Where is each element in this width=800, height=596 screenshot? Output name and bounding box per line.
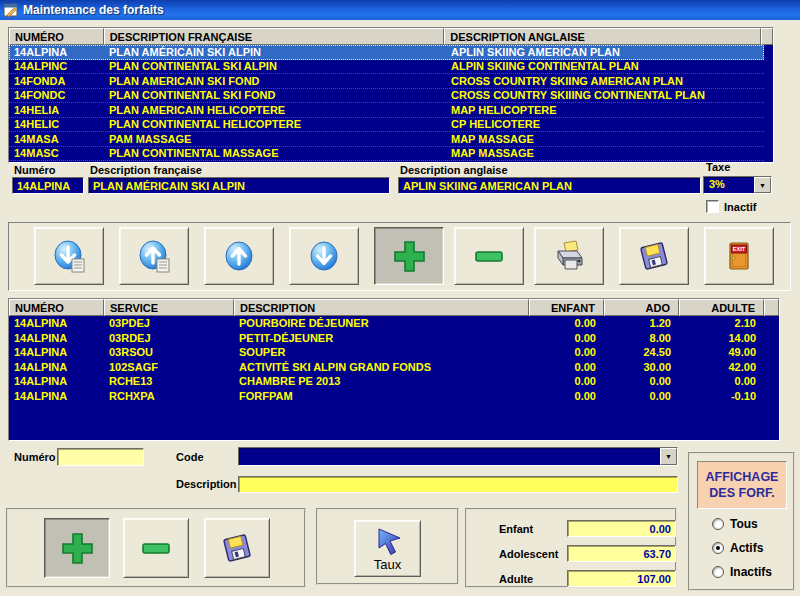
previous-record-button[interactable] bbox=[204, 227, 274, 285]
table-cell[interactable]: 14ALPINA bbox=[9, 361, 104, 373]
code-combo[interactable]: ▼ bbox=[238, 447, 678, 466]
adolescent-rate-field[interactable] bbox=[567, 545, 676, 562]
numero-field[interactable] bbox=[12, 177, 84, 194]
table-cell[interactable]: MAP MASSAGE bbox=[446, 147, 764, 159]
table-row[interactable]: 14HELIAPLAN AMERICAIN HELICOPTEREMAP HEL… bbox=[9, 103, 764, 118]
table-row[interactable]: 14FONDCPLAN CONTINENTAL SKI FONDCROSS CO… bbox=[9, 89, 764, 104]
print-button[interactable] bbox=[534, 227, 604, 285]
table-cell[interactable]: 14ALPINA bbox=[9, 390, 104, 402]
enfant-rate-field[interactable] bbox=[567, 520, 676, 537]
table-cell[interactable]: PLAN AMERICAIN SKI FOND bbox=[104, 75, 446, 87]
table-cell[interactable]: 0.00 bbox=[679, 375, 764, 387]
table-cell[interactable]: 2.10 bbox=[679, 317, 764, 329]
column-header[interactable]: ADO bbox=[604, 299, 679, 316]
column-header[interactable]: DESCRIPTION bbox=[234, 299, 529, 316]
table-cell[interactable]: 49.00 bbox=[679, 346, 764, 358]
add-service-button[interactable] bbox=[44, 518, 110, 578]
table-cell[interactable]: CP HELICOTERE bbox=[446, 118, 764, 130]
table-cell[interactable]: 102SAGF bbox=[104, 361, 234, 373]
column-header[interactable]: ADULTE bbox=[679, 299, 764, 316]
table-row[interactable]: 14FONDAPLAN AMERICAIN SKI FONDCROSS COUN… bbox=[9, 74, 764, 89]
table-cell[interactable]: FORFPAM bbox=[234, 390, 529, 402]
table-row[interactable]: 14ALPINA102SAGFACTIVITÉ SKI ALPIN GRAND … bbox=[9, 360, 764, 375]
table-cell[interactable]: PLAN CONTINENTAL SKI FOND bbox=[104, 89, 446, 101]
table-row[interactable]: 14ALPINAPLAN AMÉRICAIN SKI ALPINAPLIN SK… bbox=[9, 45, 764, 60]
table-cell[interactable]: 0.00 bbox=[604, 390, 679, 402]
table-row[interactable]: 14MASCPLAN CONTINENTAL MASSAGEMAP MASSAG… bbox=[9, 147, 764, 162]
table-row[interactable]: 14MASAPAM MASSAGEMAP MASSAGE bbox=[9, 132, 764, 147]
table-cell[interactable]: PLAN AMÉRICAIN SKI ALPIN bbox=[104, 46, 446, 58]
radio-tous[interactable] bbox=[712, 518, 724, 530]
radio-actifs[interactable] bbox=[712, 542, 724, 554]
delete-forfait-button[interactable] bbox=[454, 227, 524, 285]
table-cell[interactable]: PLAN AMERICAIN HELICOPTERE bbox=[104, 104, 446, 116]
table-cell[interactable]: 0.00 bbox=[529, 375, 604, 387]
table-row[interactable]: 14ALPINA03RSOUSOUPER0.0024.5049.00 bbox=[9, 345, 764, 360]
table-row[interactable]: 14ALPINA03RDEJPETIT-DÉJEUNER0.008.0014.0… bbox=[9, 331, 764, 346]
description-francaise-field[interactable] bbox=[88, 177, 390, 194]
inactif-checkbox[interactable] bbox=[706, 200, 719, 213]
table-cell[interactable]: 1.20 bbox=[604, 317, 679, 329]
add-forfait-button[interactable] bbox=[374, 227, 444, 285]
table-cell[interactable]: PETIT-DÉJEUNER bbox=[234, 332, 529, 344]
table-cell[interactable]: CROSS COUNTRY SKIIING CONTINENTAL PLAN bbox=[446, 89, 764, 101]
table-cell[interactable]: 14ALPINA bbox=[9, 317, 104, 329]
code-dropdown-button[interactable]: ▼ bbox=[660, 448, 677, 465]
column-header[interactable]: DESCRIPTION ANGLAISE bbox=[444, 28, 761, 45]
table-cell[interactable]: 14ALPINA bbox=[9, 332, 104, 344]
table-cell[interactable]: 24.50 bbox=[604, 346, 679, 358]
taux-button[interactable]: Taux bbox=[354, 520, 421, 577]
table-cell[interactable]: 14FONDA bbox=[9, 75, 104, 87]
table-cell[interactable]: RCHXPA bbox=[104, 390, 234, 402]
table-cell[interactable]: 14HELIC bbox=[9, 118, 104, 130]
taxe-combo[interactable]: 3% ▼ bbox=[703, 176, 772, 194]
table-cell[interactable]: POURBOIRE DÉJEUNER bbox=[234, 317, 529, 329]
table-cell[interactable]: PAM MASSAGE bbox=[104, 133, 446, 145]
save-button[interactable] bbox=[619, 227, 689, 285]
column-header[interactable]: NUMÉRO bbox=[9, 28, 104, 45]
arrow-up-list-button[interactable] bbox=[119, 227, 189, 285]
table-cell[interactable]: 14MASC bbox=[9, 147, 104, 159]
table-cell[interactable]: 0.00 bbox=[529, 332, 604, 344]
table-cell[interactable]: -0.10 bbox=[679, 390, 764, 402]
table-cell[interactable]: 0.00 bbox=[529, 346, 604, 358]
table-cell[interactable]: 14ALPINC bbox=[9, 60, 104, 72]
table-cell[interactable]: 0.00 bbox=[529, 390, 604, 402]
next-record-button[interactable] bbox=[289, 227, 359, 285]
table-cell[interactable]: PLAN CONTINENTAL MASSAGE bbox=[104, 147, 446, 159]
column-header[interactable]: DESCRIPTION FRANÇAISE bbox=[104, 28, 445, 45]
table-row[interactable]: 14ALPINARCHE13CHAMBRE PE 20130.000.000.0… bbox=[9, 374, 764, 389]
table-cell[interactable]: RCHE13 bbox=[104, 375, 234, 387]
table-cell[interactable]: 0.00 bbox=[529, 361, 604, 373]
table-cell[interactable]: 03RSOU bbox=[104, 346, 234, 358]
column-header[interactable]: ENFANT bbox=[529, 299, 604, 316]
table-cell[interactable]: MAP HELICOPTERE bbox=[446, 104, 764, 116]
table-cell[interactable]: 8.00 bbox=[604, 332, 679, 344]
table-cell[interactable]: 42.00 bbox=[679, 361, 764, 373]
table-row[interactable]: 14ALPINCPLAN CONTINENTAL SKI ALPINALPIN … bbox=[9, 60, 764, 75]
table-cell[interactable]: 14MASA bbox=[9, 133, 104, 145]
table-cell[interactable]: APLIN SKIING AMERICAN PLAN bbox=[446, 46, 764, 58]
table-row[interactable]: 14ALPINARCHXPAFORFPAM0.000.00-0.10 bbox=[9, 389, 764, 404]
table-cell[interactable]: 0.00 bbox=[604, 375, 679, 387]
table-cell[interactable]: ALPIN SKIING CONTINENTAL PLAN bbox=[446, 60, 764, 72]
exit-button[interactable]: EXIT bbox=[704, 227, 774, 285]
column-header[interactable]: SERVICE bbox=[104, 299, 234, 316]
table-cell[interactable]: 14ALPINA bbox=[9, 346, 104, 358]
table-cell[interactable]: ACTIVITÉ SKI ALPIN GRAND FONDS bbox=[234, 361, 529, 373]
table-cell[interactable]: SOUPER bbox=[234, 346, 529, 358]
table-cell[interactable]: 14ALPINA bbox=[9, 375, 104, 387]
table-cell[interactable]: 14HELIA bbox=[9, 104, 104, 116]
description-anglaise-field[interactable] bbox=[398, 177, 701, 194]
table-row[interactable]: 14HELICPLAN CONTINENTAL HELICOPTERECP HE… bbox=[9, 118, 764, 133]
column-header[interactable]: NUMÉRO bbox=[9, 299, 104, 316]
save-service-button[interactable] bbox=[204, 518, 270, 578]
table-cell[interactable]: 14FONDC bbox=[9, 89, 104, 101]
table-cell[interactable]: 14ALPINA bbox=[9, 46, 104, 58]
taxe-dropdown-button[interactable]: ▼ bbox=[754, 177, 771, 193]
arrow-down-list-button[interactable] bbox=[34, 227, 104, 285]
table-cell[interactable]: 03RDEJ bbox=[104, 332, 234, 344]
table-cell[interactable]: PLAN CONTINENTAL SKI ALPIN bbox=[104, 60, 446, 72]
table-cell[interactable]: 30.00 bbox=[604, 361, 679, 373]
radio-inactifs[interactable] bbox=[712, 566, 724, 578]
